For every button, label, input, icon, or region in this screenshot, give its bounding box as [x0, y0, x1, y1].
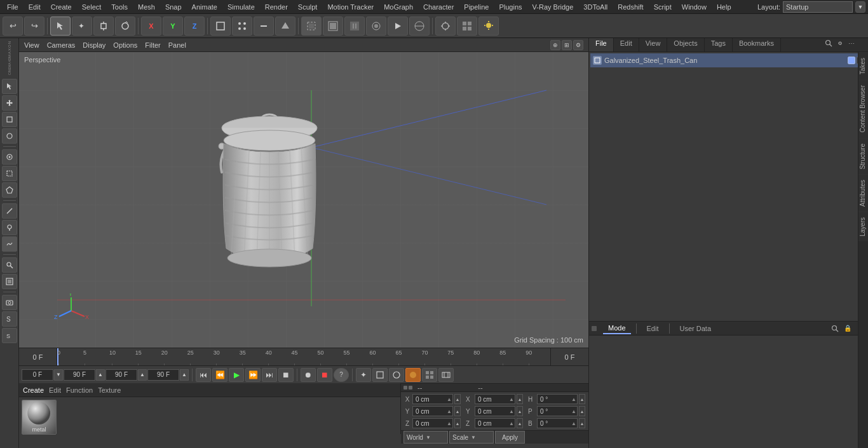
viewport-panel-menu[interactable]: Panel — [168, 41, 186, 49]
render-region-btn[interactable] — [301, 17, 322, 36]
rpanel-objects-tab[interactable]: Objects — [667, 38, 704, 51]
vtab-attributes[interactable]: Attributes — [858, 174, 868, 212]
coord-b-rot[interactable]: 0 ° ▲ — [537, 418, 578, 428]
rpanel-view-tab[interactable]: View — [639, 38, 668, 51]
scale-dropdown[interactable]: Scale ▼ — [449, 431, 494, 444]
render-btn[interactable] — [388, 17, 408, 36]
menu-vray[interactable]: V-Ray Bridge — [528, 2, 578, 12]
redo-btn[interactable]: ↪ — [24, 17, 44, 36]
undo-btn[interactable]: ↩ — [3, 17, 23, 36]
tool-sculpt[interactable] — [2, 236, 17, 252]
polygon-mode-btn[interactable] — [275, 17, 295, 36]
coord-y-size-inc[interactable]: ▲ — [517, 406, 523, 416]
viewport-options-menu[interactable]: Options — [113, 41, 137, 49]
light-btn[interactable] — [478, 17, 499, 36]
tool-camera[interactable] — [2, 295, 17, 310]
viewport-filter-menu[interactable]: Filter — [145, 41, 160, 49]
menu-motion-tracker[interactable]: Motion Tracker — [323, 2, 378, 12]
tool-2d-select[interactable]: S — [2, 311, 17, 327]
rpanel-settings-icon[interactable] — [835, 38, 845, 48]
menu-create[interactable]: Create — [46, 2, 76, 12]
min2-frame-field[interactable]: 90 F — [105, 369, 137, 381]
key-film-btn[interactable] — [438, 368, 454, 382]
mat-function-tab[interactable]: Function — [66, 386, 93, 394]
point-mode-btn[interactable] — [232, 17, 252, 36]
menu-animate[interactable]: Animate — [187, 2, 222, 12]
z-axis-btn[interactable]: Z — [184, 17, 205, 36]
render-all-btn[interactable] — [344, 17, 365, 36]
menu-mograph[interactable]: MoGraph — [379, 2, 417, 12]
coord-b-rot-inc[interactable]: ▲ — [579, 418, 585, 428]
menu-snap[interactable]: Snap — [161, 2, 186, 12]
coord-x-size[interactable]: 0 cm ▲ — [475, 394, 515, 404]
coord-y-pos-inc[interactable]: ▲ — [454, 406, 461, 416]
rpanel-more-icon[interactable]: ⋯ — [846, 38, 857, 48]
menu-script[interactable]: Script — [649, 2, 676, 12]
menu-window[interactable]: Window — [677, 2, 711, 12]
vtab-content-browser[interactable]: Content Browser — [858, 79, 868, 137]
max-frame-field[interactable]: 90 F — [64, 369, 95, 381]
rpanel-tags-tab[interactable]: Tags — [705, 38, 733, 51]
coord-h-rot-inc[interactable]: ▲ — [579, 394, 585, 404]
menu-plugins[interactable]: Plugins — [494, 2, 526, 12]
max2-frame-field[interactable]: 90 F — [147, 369, 179, 381]
move-btn[interactable]: ✦ — [72, 17, 92, 36]
select-mode-btn[interactable] — [50, 17, 71, 36]
next-frame-btn[interactable]: ⏩ — [245, 368, 261, 382]
mat-texture-tab[interactable]: Texture — [98, 386, 121, 394]
coord-z-pos-inc[interactable]: ▲ — [454, 418, 461, 428]
object-row-trashcan[interactable]: Galvanized_Steel_Trash_Can — [590, 53, 867, 67]
tool-brush[interactable] — [2, 220, 17, 235]
tool-rotate[interactable] — [2, 128, 17, 144]
tool-select[interactable] — [2, 79, 17, 94]
layout-select[interactable] — [783, 1, 853, 13]
menu-select[interactable]: Select — [78, 2, 106, 12]
key-orange-btn[interactable] — [405, 368, 421, 382]
help-btn[interactable]: ? — [334, 368, 349, 382]
world-dropdown[interactable]: World ▼ — [403, 431, 448, 444]
menu-file[interactable]: File — [3, 2, 23, 12]
vtab-takes[interactable]: Takes — [858, 52, 868, 79]
material-thumbnail[interactable]: metal — [22, 400, 57, 435]
rpanel-search-icon[interactable] — [824, 38, 834, 48]
timeline-ruler[interactable]: 051015202530354045505560657075808590 — [57, 348, 550, 366]
min-frame-down[interactable]: ▼ — [54, 369, 63, 381]
coord-x-pos[interactable]: 0 cm ▲ — [412, 394, 453, 404]
material-override-btn[interactable] — [409, 17, 430, 36]
render-view-btn[interactable] — [323, 17, 343, 36]
snap-btn[interactable] — [435, 17, 456, 36]
coord-z-pos[interactable]: 0 cm ▲ — [412, 418, 453, 428]
tool-move[interactable] — [2, 95, 17, 111]
record-btn[interactable]: ⏹ — [278, 368, 294, 382]
menu-pipeline[interactable]: Pipeline — [459, 2, 493, 12]
attr-userdata-tab[interactable]: User Data — [675, 323, 717, 334]
coord-z-size-inc[interactable]: ▲ — [517, 418, 523, 428]
tool-knife[interactable] — [2, 203, 17, 219]
tool-rect-select[interactable] — [2, 166, 17, 181]
tool-scale[interactable] — [2, 112, 17, 127]
coord-h-rot[interactable]: 0 ° ▲ — [537, 394, 578, 404]
max2-frame-up[interactable]: ▲ — [180, 369, 189, 381]
autokey-btn[interactable]: ⏺ — [301, 368, 316, 382]
max-frame-up[interactable]: ▲ — [96, 369, 105, 381]
coord-p-rot[interactable]: 0 ° ▲ — [537, 406, 578, 416]
tool-poly-select[interactable] — [2, 182, 17, 198]
snap-options-btn[interactable] — [457, 17, 477, 36]
attr-search-icon[interactable] — [830, 323, 840, 334]
coord-y-size[interactable]: 0 cm ▲ — [475, 406, 515, 416]
key-grid-btn[interactable] — [422, 368, 437, 382]
rotate-btn[interactable] — [115, 17, 135, 36]
menu-3dtoall[interactable]: 3DToAll — [579, 2, 612, 12]
tool-smart-selection[interactable] — [2, 257, 17, 273]
edge-mode-btn[interactable] — [254, 17, 274, 36]
rpanel-edit-tab[interactable]: Edit — [614, 38, 639, 51]
menu-simulate[interactable]: Simulate — [223, 2, 259, 12]
tool-live-select[interactable] — [2, 149, 17, 165]
menu-edit[interactable]: Edit — [24, 2, 45, 12]
tool-uv[interactable]: S — [2, 328, 17, 343]
viewport-canvas[interactable]: Perspective — [19, 52, 588, 348]
menu-help[interactable]: Help — [712, 2, 736, 12]
viewport-maximize-btn[interactable]: ⊕ — [550, 40, 560, 50]
attr-mode-tab[interactable]: Mode — [603, 323, 631, 334]
mat-create-tab[interactable]: Create — [23, 386, 44, 394]
